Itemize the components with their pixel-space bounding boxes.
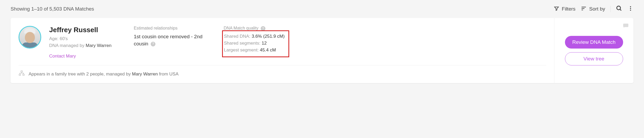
tree-icon xyxy=(19,70,25,78)
more-options-button[interactable] xyxy=(628,6,633,12)
help-icon[interactable]: ? xyxy=(151,42,155,46)
dna-match-card: Jeffrey Russell Age: 60's DNA managed by… xyxy=(11,18,633,83)
shared-segments-row: Shared segments: 12 xyxy=(224,41,285,46)
person-age: Age: 60's xyxy=(49,36,126,41)
divider xyxy=(610,6,611,12)
managed-by: DNA managed by Mary Warren xyxy=(49,43,126,48)
match-top-section: Jeffrey Russell Age: 60's DNA managed by… xyxy=(19,26,546,65)
quality-highlight-box: Shared DNA: 3.6% (251.9 cM) Shared segme… xyxy=(222,30,289,57)
svg-rect-8 xyxy=(623,23,628,27)
quality-section: DNA Match quality ? Shared DNA: 3.6% (25… xyxy=(224,26,546,59)
sort-button[interactable]: Sort by xyxy=(581,6,605,13)
svg-rect-1 xyxy=(582,8,585,9)
relationships-section: Estimated relationships 1st cousin once … xyxy=(134,26,216,59)
more-vertical-icon xyxy=(628,6,633,12)
sort-label: Sort by xyxy=(589,6,605,12)
chat-icon[interactable] xyxy=(622,22,629,30)
search-icon xyxy=(616,5,622,13)
person-info: Jeffrey Russell Age: 60's DNA managed by… xyxy=(49,26,126,59)
filters-button[interactable]: Filters xyxy=(554,6,576,12)
search-button[interactable] xyxy=(616,5,622,13)
shared-dna-row: Shared DNA: 3.6% (251.9 cM) xyxy=(224,34,285,39)
header-actions: Filters Sort by xyxy=(554,5,633,13)
svg-rect-2 xyxy=(582,9,583,10)
avatar[interactable] xyxy=(19,26,41,49)
list-header: Showing 1–10 of 5,503 DNA Matches Filter… xyxy=(11,5,633,13)
sort-icon xyxy=(581,6,587,13)
view-tree-button[interactable]: View tree xyxy=(565,52,623,65)
relationships-value: 1st cousin once removed - 2nd cousin ? xyxy=(134,33,216,47)
results-count: Showing 1–10 of 5,503 DNA Matches xyxy=(11,6,94,12)
person-name: Jeffrey Russell xyxy=(49,26,126,34)
tree-info-text: Appears in a family tree with 2 people, … xyxy=(29,72,178,77)
filters-label: Filters xyxy=(562,6,576,12)
svg-rect-9 xyxy=(21,71,22,72)
svg-line-4 xyxy=(620,9,621,11)
largest-segment-row: Largest segment: 45.4 cM xyxy=(224,47,285,53)
filter-icon xyxy=(554,6,559,12)
svg-point-3 xyxy=(617,6,620,10)
review-dna-match-button[interactable]: Review DNA Match xyxy=(565,36,623,49)
svg-rect-0 xyxy=(582,7,586,7)
svg-point-5 xyxy=(630,6,631,7)
relationships-label: Estimated relationships xyxy=(134,26,216,31)
svg-point-6 xyxy=(630,8,631,9)
svg-point-7 xyxy=(630,9,631,11)
manager-name: Mary Warren xyxy=(86,43,112,48)
svg-rect-11 xyxy=(23,74,24,75)
card-main: Jeffrey Russell Age: 60's DNA managed by… xyxy=(11,18,554,83)
svg-rect-10 xyxy=(19,74,21,75)
family-tree-info: Appears in a family tree with 2 people, … xyxy=(19,65,546,78)
card-actions: Review DNA Match View tree xyxy=(554,18,633,83)
contact-link[interactable]: Contact Mary xyxy=(49,54,76,59)
